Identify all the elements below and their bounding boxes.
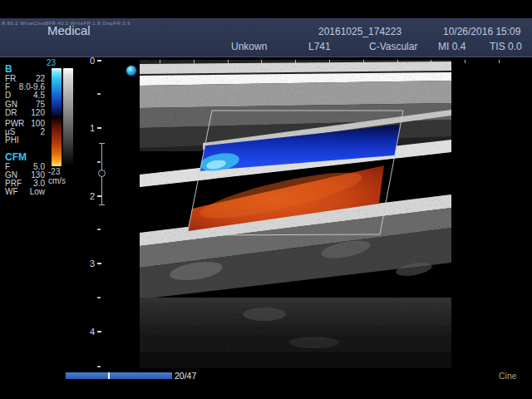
ultrasound-screen: R:80.2 WriteCineBFR:40.2 WriteFR:1.8 Dis… [0, 0, 532, 399]
doppler-colorbar [52, 68, 62, 166]
parameter-panel: B FR22 F8.0-9.6 D4.5 GN75 DR120 PWR100 µ… [5, 64, 45, 196]
cfm-mode-header: CFM [5, 152, 45, 163]
param-row-cfm-wf: WFLow [5, 188, 45, 196]
brand-label: Medical [47, 23, 91, 37]
depth-tick-major [97, 331, 101, 332]
param-row-dr: DR120 [5, 109, 45, 117]
depth-label-4: 4 [83, 327, 95, 337]
tis-value: TIS 0.0 [490, 41, 522, 52]
depth-tick-major [97, 127, 101, 129]
ultrasound-image[interactable] [140, 60, 451, 368]
datetime: 10/26/2016 15:09 [443, 26, 520, 37]
cine-progress-bar[interactable] [66, 372, 172, 379]
depth-tick-major [97, 60, 101, 62]
velocity-unit-label: cm/s [48, 176, 66, 185]
focus-marker-cap [99, 143, 105, 144]
focus-position-icon[interactable] [98, 170, 106, 177]
velocity-min-label: -23 [48, 167, 60, 176]
top-status-bar: R:80.2 WriteCineBFR:40.2 WriteFR:1.8 Dis… [0, 18, 532, 57]
cine-position-marker[interactable] [108, 372, 110, 379]
depth-label-1: 1 [83, 123, 95, 133]
velocity-max-label: 23 [47, 58, 56, 67]
depth-tick-minor [97, 161, 101, 163]
patient-name: Unkown [231, 41, 267, 52]
depth-tick-minor [97, 297, 101, 298]
depth-tick-minor [97, 229, 101, 230]
width-ruler-ticks [160, 60, 502, 63]
param-row-phi: PHI [5, 136, 45, 145]
depth-tick-minor [97, 366, 101, 367]
grayscale-bar [63, 68, 73, 166]
mi-value: MI 0.4 [438, 41, 466, 52]
cine-frame-counter: 20/47 [175, 371, 196, 381]
depth-label-3: 3 [83, 259, 95, 268]
depth-label-2: 2 [83, 191, 95, 201]
depth-tick-major [97, 263, 101, 264]
exam-id: 20161025_174223 [318, 26, 401, 37]
depth-label-0: 0 [83, 56, 95, 66]
depth-tick-minor [97, 93, 101, 95]
cine-mode-label: Cine [499, 371, 517, 381]
probe-orientation-icon [126, 66, 136, 76]
ultrasound-render [140, 60, 451, 368]
probe-model: L741 [308, 41, 331, 52]
focus-marker-cap [99, 204, 105, 205]
exam-preset: C-Vascular [369, 41, 417, 52]
